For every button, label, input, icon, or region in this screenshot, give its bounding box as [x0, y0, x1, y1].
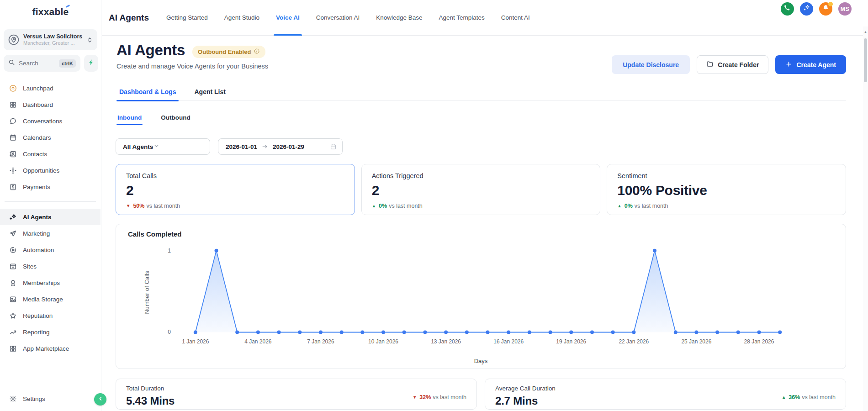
stat-value: 2	[126, 183, 344, 198]
calls-completed-chart: 1 Jan 20264 Jan 20267 Jan 202610 Jan 202…	[116, 224, 846, 369]
sidebar-item-label: Opportunities	[23, 167, 59, 174]
automation-icon	[9, 246, 17, 254]
phone-icon-button[interactable]	[781, 2, 794, 16]
bottom-stats-row: Total Duration 5.43 Mins ▼ 32% vs last m…	[116, 379, 846, 410]
tab-agent-list[interactable]: Agent List	[191, 88, 228, 100]
page-scrollbar[interactable]: ▲	[863, 26, 868, 411]
date-from: 2026-01-01	[226, 143, 257, 150]
sidebar-item-launchpad[interactable]: Launchpad	[0, 80, 101, 96]
sidebar-item-automation[interactable]: Automation	[0, 242, 101, 258]
quick-action-button[interactable]	[84, 55, 98, 72]
media-storage-icon	[9, 295, 17, 303]
tab-outbound[interactable]: Outbound	[160, 114, 191, 125]
brand-logo: fixxable	[0, 6, 101, 17]
info-icon[interactable]	[254, 48, 260, 56]
stat-value: 2.7 Mins	[495, 395, 556, 407]
topbar-icons: MS	[781, 2, 852, 16]
sidebar-divider	[5, 201, 96, 202]
stat-card-sentiment[interactable]: Sentiment 100% Positive ▲ 0% vs last mon…	[607, 164, 846, 215]
sidebar-item-settings[interactable]: Settings	[0, 390, 101, 407]
app-marketplace-icon	[9, 345, 17, 353]
trend-triangle-icon: ▼	[413, 395, 417, 400]
contacts-icon	[9, 150, 17, 158]
phone-icon	[783, 4, 791, 14]
payments-icon	[9, 183, 17, 191]
create-folder-button[interactable]: Create Folder	[697, 55, 768, 74]
create-agent-button[interactable]: Create Agent	[775, 55, 846, 74]
chevron-down-icon	[153, 142, 160, 151]
sidebar-item-payments[interactable]: Payments	[0, 179, 101, 195]
sidebar-item-conversations[interactable]: Conversations	[0, 113, 101, 129]
topnav-tab-agent-studio[interactable]: Agent Studio	[224, 0, 259, 35]
trend-triangle-icon: ▼	[126, 204, 130, 208]
sidebar-item-label: Automation	[23, 247, 54, 253]
date-range-picker[interactable]: 2026-01-01 2026-01-29	[218, 138, 343, 155]
sidebar-collapse-button[interactable]	[94, 393, 106, 406]
settings-icon	[9, 395, 17, 403]
date-to: 2026-01-29	[273, 143, 304, 150]
sidebar-item-opportunities[interactable]: Opportunities	[0, 162, 101, 179]
agent-select[interactable]: All Agents	[116, 138, 210, 155]
tab-inbound[interactable]: Inbound	[116, 114, 143, 125]
opportunities-icon	[9, 167, 17, 174]
trend-triangle-icon: ▲	[617, 204, 621, 208]
topnav-tab-getting-started[interactable]: Getting Started	[166, 0, 208, 35]
stat-card-total-duration[interactable]: Total Duration 5.43 Mins ▼ 32% vs last m…	[116, 379, 477, 410]
topnav-tab-knowledge-base[interactable]: Knowledge Base	[376, 0, 422, 35]
topnav-title: AI Agents	[109, 13, 149, 23]
sidebar-item-contacts[interactable]: Contacts	[0, 146, 101, 162]
header-actions: Update Disclosure Create Folder Create A…	[612, 55, 846, 74]
search-shortcut-badge: ctrlK	[59, 59, 76, 68]
sidebar-item-memberships[interactable]: Memberships	[0, 274, 101, 291]
sidebar-item-sites[interactable]: Sites	[0, 258, 101, 274]
sidebar-item-label: Marketing	[23, 230, 50, 237]
workspace-name: Versus Law Solicitors	[23, 33, 82, 40]
svg-text:10 Jan 2026: 10 Jan 2026	[368, 338, 398, 345]
stat-value: 100% Positive	[617, 183, 836, 198]
stat-card-average-call-duration[interactable]: Average Call Duration 2.7 Mins ▲ 36% vs …	[485, 379, 846, 410]
topnav-tab-content-ai[interactable]: Content AI	[501, 0, 530, 35]
sidebar-item-media-storage[interactable]: Media Storage	[0, 291, 101, 307]
sidebar-item-app-marketplace[interactable]: App Marketplace	[0, 340, 101, 357]
topnav-tabs: Getting StartedAgent StudioVoice AIConve…	[166, 0, 530, 35]
search-box[interactable]: ctrlK	[4, 55, 80, 72]
calls-completed-chart-card: Calls Completed 1 Jan 20264 Jan 20267 Ja…	[116, 224, 846, 369]
trend-triangle-icon: ▲	[782, 395, 786, 400]
sidebar-item-label: App Marketplace	[23, 345, 69, 352]
bell-icon-button[interactable]	[819, 2, 832, 16]
sidebar-item-label: Payments	[23, 184, 50, 190]
sidebar-item-marketing[interactable]: Marketing	[0, 225, 101, 242]
topnav-tab-voice-ai[interactable]: Voice AI	[276, 0, 300, 35]
sidebar: fixxable Versus Law Solicitors Mancheste…	[0, 0, 101, 411]
search-input[interactable]	[18, 59, 56, 67]
sparkles-icon-button[interactable]	[800, 2, 813, 16]
sidebar-item-ai-agents[interactable]: AI Agents	[0, 209, 101, 225]
tab-dashboard-logs[interactable]: Dashboard & Logs	[116, 88, 179, 100]
stat-card-total-calls[interactable]: Total Calls 2 ▼ 50% vs last month	[116, 164, 355, 215]
memberships-icon	[9, 279, 17, 287]
sidebar-item-dashboard[interactable]: Dashboard	[0, 96, 101, 113]
sidebar-item-reputation[interactable]: Reputation	[0, 307, 101, 324]
app-root: { "brand": { "logo": "fixxable" }, "work…	[0, 0, 868, 411]
sidebar-item-calendars[interactable]: Calendars	[0, 129, 101, 146]
update-disclosure-button[interactable]: Update Disclosure	[612, 55, 690, 74]
chevron-left-icon	[97, 395, 104, 404]
workspace-selector[interactable]: Versus Law Solicitors Manchester, Greate…	[4, 29, 97, 50]
stat-card-actions-triggered[interactable]: Actions Triggered 2 ▲ 0% vs last month	[361, 164, 601, 215]
workspace-location: Manchester, Greater ...	[23, 40, 82, 46]
topnav-tab-conversation-ai[interactable]: Conversation AI	[316, 0, 360, 35]
avatar[interactable]: MS	[838, 2, 852, 16]
svg-text:Number of Calls: Number of Calls	[144, 271, 150, 314]
scrollbar-up-arrow[interactable]: ▲	[863, 30, 868, 33]
scrollbar-thumb[interactable]	[864, 38, 867, 82]
direction-tabs: Inbound Outbound	[116, 114, 191, 125]
sidebar-item-reporting[interactable]: Reporting	[0, 324, 101, 340]
outbound-enabled-badge: Outbound Enabled	[192, 46, 265, 58]
marketing-icon	[9, 230, 17, 237]
svg-text:22 Jan 2026: 22 Jan 2026	[619, 338, 649, 345]
page-subtitle: Create and manage Voice Agents for your …	[116, 63, 268, 70]
topnav-tab-agent-templates[interactable]: Agent Templates	[439, 0, 485, 35]
svg-text:19 Jan 2026: 19 Jan 2026	[556, 338, 586, 345]
stat-delta: ▼ 50% vs last month	[126, 203, 344, 209]
dashboard-icon	[9, 101, 17, 109]
